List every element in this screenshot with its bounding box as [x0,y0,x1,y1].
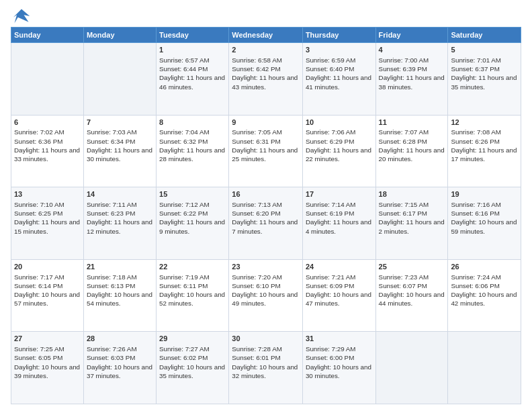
logo-bird-icon [12,7,31,26]
day-number: 22 [159,262,226,272]
calendar-cell [83,43,156,116]
day-info: Sunrise: 7:29 AM Sunset: 6:00 PM Dayligh… [306,345,373,380]
day-info: Sunrise: 7:19 AM Sunset: 6:11 PM Dayligh… [159,273,226,308]
calendar-cell: 20Sunrise: 7:17 AM Sunset: 6:14 PM Dayli… [11,259,84,332]
col-header-wednesday: Wednesday [229,28,303,43]
calendar-week-row: 6Sunrise: 7:02 AM Sunset: 6:36 PM Daylig… [11,115,521,187]
day-number: 7 [87,118,153,128]
day-number: 13 [14,189,81,199]
day-number: 9 [232,118,300,128]
calendar-week-row: 20Sunrise: 7:17 AM Sunset: 6:14 PM Dayli… [11,259,521,332]
calendar-cell: 1Sunrise: 6:57 AM Sunset: 6:44 PM Daylig… [157,43,229,116]
day-number: 5 [451,45,518,55]
day-number: 16 [232,189,300,199]
col-header-saturday: Saturday [448,28,521,43]
day-number: 24 [306,262,373,272]
day-info: Sunrise: 7:28 AM Sunset: 6:01 PM Dayligh… [232,345,300,380]
day-info: Sunrise: 7:13 AM Sunset: 6:20 PM Dayligh… [232,200,300,236]
day-info: Sunrise: 7:23 AM Sunset: 6:07 PM Dayligh… [379,273,445,308]
day-info: Sunrise: 7:06 AM Sunset: 6:29 PM Dayligh… [306,128,373,163]
day-info: Sunrise: 7:10 AM Sunset: 6:25 PM Dayligh… [14,200,81,236]
calendar-cell: 21Sunrise: 7:18 AM Sunset: 6:13 PM Dayli… [83,259,156,332]
header [11,7,521,23]
day-info: Sunrise: 7:20 AM Sunset: 6:10 PM Dayligh… [232,273,300,308]
day-number: 15 [159,189,226,199]
day-number: 6 [14,118,81,128]
calendar-cell: 11Sunrise: 7:07 AM Sunset: 6:28 PM Dayli… [375,115,448,187]
svg-marker-0 [13,9,30,24]
day-number: 3 [306,45,373,55]
calendar-cell: 16Sunrise: 7:13 AM Sunset: 6:20 PM Dayli… [229,187,303,260]
day-number: 29 [159,334,226,344]
calendar-cell: 9Sunrise: 7:05 AM Sunset: 6:31 PM Daylig… [229,115,303,187]
calendar-cell: 3Sunrise: 6:59 AM Sunset: 6:40 PM Daylig… [302,43,375,116]
day-info: Sunrise: 7:08 AM Sunset: 6:26 PM Dayligh… [451,128,518,163]
day-info: Sunrise: 7:02 AM Sunset: 6:36 PM Dayligh… [14,128,81,163]
day-info: Sunrise: 7:16 AM Sunset: 6:16 PM Dayligh… [451,200,518,236]
calendar-cell: 22Sunrise: 7:19 AM Sunset: 6:11 PM Dayli… [157,259,229,332]
day-info: Sunrise: 7:26 AM Sunset: 6:03 PM Dayligh… [87,345,153,380]
day-info: Sunrise: 7:07 AM Sunset: 6:28 PM Dayligh… [379,128,445,163]
calendar-cell [448,332,521,404]
col-header-friday: Friday [375,28,448,43]
day-number: 23 [232,262,300,272]
logo [11,7,31,23]
day-info: Sunrise: 7:21 AM Sunset: 6:09 PM Dayligh… [306,273,373,308]
col-header-thursday: Thursday [302,28,375,43]
day-info: Sunrise: 7:03 AM Sunset: 6:34 PM Dayligh… [87,128,153,163]
calendar-cell [11,43,84,116]
calendar-cell: 10Sunrise: 7:06 AM Sunset: 6:29 PM Dayli… [302,115,375,187]
calendar-cell: 6Sunrise: 7:02 AM Sunset: 6:36 PM Daylig… [11,115,84,187]
calendar-cell: 24Sunrise: 7:21 AM Sunset: 6:09 PM Dayli… [302,259,375,332]
calendar-cell: 17Sunrise: 7:14 AM Sunset: 6:19 PM Dayli… [302,187,375,260]
calendar-cell: 12Sunrise: 7:08 AM Sunset: 6:26 PM Dayli… [448,115,521,187]
day-number: 12 [451,118,518,128]
calendar-cell: 23Sunrise: 7:20 AM Sunset: 6:10 PM Dayli… [229,259,303,332]
calendar-cell: 28Sunrise: 7:26 AM Sunset: 6:03 PM Dayli… [83,332,156,404]
calendar-cell: 30Sunrise: 7:28 AM Sunset: 6:01 PM Dayli… [229,332,303,404]
col-header-sunday: Sunday [11,28,84,43]
day-number: 21 [87,262,153,272]
day-info: Sunrise: 7:15 AM Sunset: 6:17 PM Dayligh… [379,200,445,236]
day-info: Sunrise: 7:01 AM Sunset: 6:37 PM Dayligh… [451,56,518,91]
calendar-cell: 13Sunrise: 7:10 AM Sunset: 6:25 PM Dayli… [11,187,84,260]
day-number: 25 [379,262,445,272]
day-number: 20 [14,262,81,272]
day-info: Sunrise: 7:05 AM Sunset: 6:31 PM Dayligh… [232,128,300,163]
calendar-cell: 18Sunrise: 7:15 AM Sunset: 6:17 PM Dayli… [375,187,448,260]
calendar-week-row: 1Sunrise: 6:57 AM Sunset: 6:44 PM Daylig… [11,43,521,116]
day-info: Sunrise: 7:12 AM Sunset: 6:22 PM Dayligh… [159,200,226,236]
calendar-cell: 5Sunrise: 7:01 AM Sunset: 6:37 PM Daylig… [448,43,521,116]
calendar-cell: 14Sunrise: 7:11 AM Sunset: 6:23 PM Dayli… [83,187,156,260]
logo-text [11,7,31,26]
day-number: 1 [159,45,226,55]
day-number: 18 [379,189,445,199]
day-info: Sunrise: 7:27 AM Sunset: 6:02 PM Dayligh… [159,345,226,380]
calendar-table: SundayMondayTuesdayWednesdayThursdayFrid… [11,27,521,404]
day-info: Sunrise: 6:57 AM Sunset: 6:44 PM Dayligh… [159,56,226,91]
day-number: 11 [379,118,445,128]
day-number: 26 [451,262,518,272]
day-info: Sunrise: 7:00 AM Sunset: 6:39 PM Dayligh… [379,56,445,91]
day-number: 14 [87,189,153,199]
calendar-cell: 29Sunrise: 7:27 AM Sunset: 6:02 PM Dayli… [157,332,229,404]
col-header-monday: Monday [83,28,156,43]
page: SundayMondayTuesdayWednesdayThursdayFrid… [0,0,532,411]
calendar-cell: 15Sunrise: 7:12 AM Sunset: 6:22 PM Dayli… [157,187,229,260]
calendar-cell: 26Sunrise: 7:24 AM Sunset: 6:06 PM Dayli… [448,259,521,332]
day-info: Sunrise: 7:17 AM Sunset: 6:14 PM Dayligh… [14,273,81,308]
day-info: Sunrise: 7:24 AM Sunset: 6:06 PM Dayligh… [451,273,518,308]
calendar-cell: 4Sunrise: 7:00 AM Sunset: 6:39 PM Daylig… [375,43,448,116]
calendar-cell [375,332,448,404]
day-info: Sunrise: 6:58 AM Sunset: 6:42 PM Dayligh… [232,56,300,91]
calendar-cell: 25Sunrise: 7:23 AM Sunset: 6:07 PM Dayli… [375,259,448,332]
day-number: 28 [87,334,153,344]
calendar-cell: 8Sunrise: 7:04 AM Sunset: 6:32 PM Daylig… [157,115,229,187]
calendar-cell: 2Sunrise: 6:58 AM Sunset: 6:42 PM Daylig… [229,43,303,116]
day-number: 30 [232,334,300,344]
day-number: 19 [451,189,518,199]
day-number: 27 [14,334,81,344]
day-number: 2 [232,45,300,55]
day-info: Sunrise: 6:59 AM Sunset: 6:40 PM Dayligh… [306,56,373,91]
calendar-header-row: SundayMondayTuesdayWednesdayThursdayFrid… [11,28,521,43]
